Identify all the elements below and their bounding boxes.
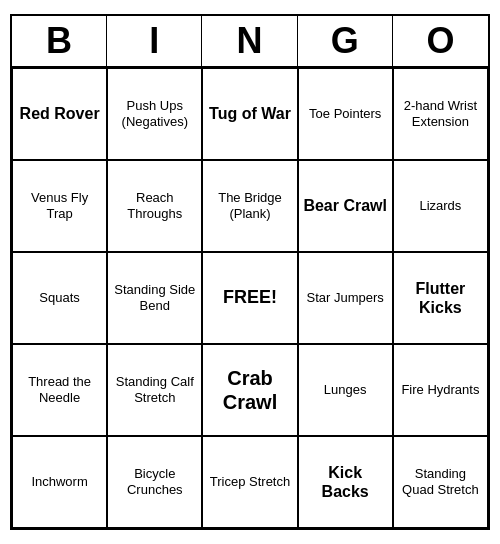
cell-text-0: Red Rover xyxy=(20,104,100,123)
bingo-cell-1: Push Ups (Negatives) xyxy=(107,68,202,160)
cell-text-10: Squats xyxy=(39,290,79,306)
bingo-cell-23: Kick Backs xyxy=(298,436,393,528)
header-letter-n: N xyxy=(202,16,297,66)
cell-text-18: Lunges xyxy=(324,382,367,398)
cell-text-15: Thread the Needle xyxy=(17,374,102,405)
bingo-cell-14: Flutter Kicks xyxy=(393,252,488,344)
cell-text-1: Push Ups (Negatives) xyxy=(112,98,197,129)
header-letter-i: I xyxy=(107,16,202,66)
cell-text-22: Tricep Stretch xyxy=(210,474,290,490)
bingo-card: BINGO Red RoverPush Ups (Negatives)Tug o… xyxy=(10,14,490,530)
bingo-cell-8: Bear Crawl xyxy=(298,160,393,252)
bingo-cell-16: Standing Calf Stretch xyxy=(107,344,202,436)
bingo-header: BINGO xyxy=(12,16,488,68)
cell-text-8: Bear Crawl xyxy=(303,196,387,215)
cell-text-21: Bicycle Crunches xyxy=(112,466,197,497)
cell-text-7: The Bridge (Plank) xyxy=(207,190,292,221)
cell-text-4: 2-hand Wrist Extension xyxy=(398,98,483,129)
cell-text-2: Tug of War xyxy=(209,104,291,123)
bingo-cell-13: Star Jumpers xyxy=(298,252,393,344)
cell-text-20: Inchworm xyxy=(31,474,87,490)
bingo-cell-17: Crab Crawl xyxy=(202,344,297,436)
cell-text-23: Kick Backs xyxy=(303,463,388,501)
bingo-cell-24: Standing Quad Stretch xyxy=(393,436,488,528)
bingo-cell-21: Bicycle Crunches xyxy=(107,436,202,528)
bingo-cell-5: Venus Fly Trap xyxy=(12,160,107,252)
cell-text-6: Reach Throughs xyxy=(112,190,197,221)
cell-text-13: Star Jumpers xyxy=(307,290,384,306)
cell-text-17: Crab Crawl xyxy=(207,366,292,414)
bingo-cell-12: FREE! xyxy=(202,252,297,344)
bingo-cell-20: Inchworm xyxy=(12,436,107,528)
bingo-cell-22: Tricep Stretch xyxy=(202,436,297,528)
bingo-cell-11: Standing Side Bend xyxy=(107,252,202,344)
bingo-cell-19: Fire Hydrants xyxy=(393,344,488,436)
bingo-cell-15: Thread the Needle xyxy=(12,344,107,436)
cell-text-19: Fire Hydrants xyxy=(401,382,479,398)
bingo-grid: Red RoverPush Ups (Negatives)Tug of WarT… xyxy=(12,68,488,528)
cell-text-11: Standing Side Bend xyxy=(112,282,197,313)
bingo-cell-4: 2-hand Wrist Extension xyxy=(393,68,488,160)
cell-text-9: Lizards xyxy=(419,198,461,214)
cell-text-24: Standing Quad Stretch xyxy=(398,466,483,497)
bingo-cell-7: The Bridge (Plank) xyxy=(202,160,297,252)
bingo-cell-3: Toe Pointers xyxy=(298,68,393,160)
cell-text-5: Venus Fly Trap xyxy=(17,190,102,221)
bingo-cell-10: Squats xyxy=(12,252,107,344)
bingo-cell-9: Lizards xyxy=(393,160,488,252)
bingo-cell-0: Red Rover xyxy=(12,68,107,160)
cell-text-14: Flutter Kicks xyxy=(398,279,483,317)
header-letter-o: O xyxy=(393,16,488,66)
cell-text-3: Toe Pointers xyxy=(309,106,381,122)
bingo-cell-2: Tug of War xyxy=(202,68,297,160)
cell-text-16: Standing Calf Stretch xyxy=(112,374,197,405)
header-letter-g: G xyxy=(298,16,393,66)
cell-text-12: FREE! xyxy=(223,287,277,309)
header-letter-b: B xyxy=(12,16,107,66)
bingo-cell-18: Lunges xyxy=(298,344,393,436)
bingo-cell-6: Reach Throughs xyxy=(107,160,202,252)
